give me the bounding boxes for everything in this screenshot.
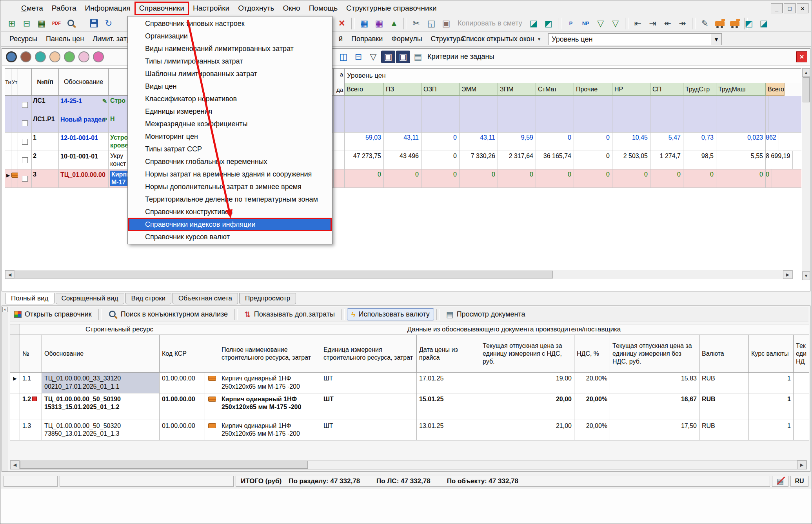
menu-item[interactable]: Смета [17, 2, 47, 15]
dropdown-menu-item[interactable]: Межразрядные коэффициенты [129, 118, 331, 130]
value-cell[interactable]: 9,59 [498, 133, 536, 151]
col-header[interactable]: ТрудМаш [716, 83, 766, 96]
row-checkbox[interactable] [22, 102, 28, 108]
value-cell[interactable] [384, 96, 421, 114]
col-header-clipped[interactable]: Тек еди НД [794, 335, 809, 373]
view-tab[interactable]: Полный вид [5, 293, 54, 304]
col-header[interactable]: Всего [766, 83, 785, 96]
col-header-no[interactable]: № [20, 335, 42, 373]
estimate-row[interactable]: ▶ 3 ТЦ_01.00.00.00 Кирпи М-17 [5, 169, 801, 188]
dropdown-menu-item[interactable]: Справочник конструктивов [129, 206, 331, 218]
cell-price-vat[interactable]: 20,00 [480, 393, 574, 420]
dropdown-menu-item[interactable]: Справочник глобальных переменных [129, 155, 331, 168]
row-basis-cell[interactable]: ТЦ_01.00.00.00 [59, 169, 109, 187]
value-cell[interactable] [460, 96, 498, 114]
value-cell[interactable] [345, 114, 384, 132]
row-checkbox[interactable] [22, 120, 28, 126]
estimate-tab-6[interactable] [78, 51, 89, 62]
estimate-tab-2[interactable] [20, 51, 31, 62]
col-header-ut[interactable]: Ут [11, 68, 18, 96]
resource-row[interactable]: ▶ 1.1 ТЦ_01.00.00.00_33_33120 00210_17.0… [10, 373, 809, 393]
show-extra-costs-button[interactable]: ⇅ Показывать доп.затраты [240, 308, 339, 320]
col-header[interactable]: Всего [345, 83, 384, 96]
cell-full-name[interactable]: Кирпич одинарный 1НФ 250х120х65 мм М-175… [219, 373, 321, 393]
cell-vat[interactable]: 20,00% [574, 420, 610, 440]
cell-price-date[interactable]: 17.01.25 [417, 373, 480, 393]
cell-price-novat[interactable]: 15,83 [610, 373, 699, 393]
cut-icon[interactable]: ✂ [409, 17, 423, 30]
col-header[interactable]: ОЗП [421, 83, 460, 96]
scrollbar-thumb[interactable] [803, 77, 810, 102]
value-cell[interactable] [536, 96, 574, 114]
close-panel-button[interactable]: × [2, 307, 8, 312]
value-cell[interactable]: 0 [421, 133, 460, 151]
value-cell[interactable]: 0 [498, 169, 536, 187]
pdf-export-icon[interactable]: PDF [49, 17, 64, 30]
scroll-left-button[interactable]: ◀ [5, 270, 15, 279]
cell-price-date[interactable]: 15.01.25 [417, 393, 480, 420]
edit-icon[interactable]: ✎ [698, 17, 712, 30]
cell-full-name[interactable]: Кирпич одинарный 1НФ 250х120х65 мм М-175… [219, 393, 321, 420]
indent-left-icon[interactable]: ⇤ [631, 17, 645, 30]
value-cell[interactable] [536, 114, 574, 132]
chevron-down-icon[interactable]: ▾ [711, 34, 721, 45]
search-icon[interactable] [64, 17, 78, 30]
dropdown-menu-item[interactable]: Шаблоны лимитированных затрат [129, 67, 331, 80]
resource-panel-icon[interactable]: ▦ [372, 17, 386, 30]
value-cell[interactable]: 0 [574, 151, 612, 169]
use-currency-button[interactable]: ϟ Использовать валюту [347, 308, 434, 320]
menu-item[interactable]: Справочники [135, 2, 189, 15]
row-number-cell[interactable]: 1 [32, 133, 59, 151]
value-cell[interactable] [574, 114, 612, 132]
view-tab[interactable]: Объектная смета [173, 293, 238, 304]
dropdown-menu-item[interactable]: Единицы измерения [129, 105, 331, 118]
value-cell[interactable]: 0,023 [716, 133, 766, 151]
paste-to-estimate-icon[interactable]: ◩ [541, 17, 556, 30]
estimate-row[interactable]: 2 10-01-001-01 Укру конст 47 273,7543 49… [5, 151, 801, 169]
toolbar2-item[interactable]: Панель цен [42, 33, 88, 45]
dropdown-menu-item[interactable]: Нормы дополнительных затрат в зимнее вре… [129, 180, 331, 193]
cell-basis[interactable]: ТЦ_01.00.00.00_33_33120 00210_17.01.2025… [42, 373, 160, 393]
value-cell[interactable]: 1 274,7 [650, 151, 683, 169]
copy-to-estimate-icon[interactable]: ◪ [527, 17, 541, 30]
tree-filter-2-icon[interactable]: ▽ [609, 17, 623, 30]
columns-setup-icon[interactable]: ◫ [336, 51, 351, 63]
row-checkbox[interactable] [22, 139, 28, 145]
tree-filter-icon[interactable]: ▽ [594, 17, 608, 30]
row-number-cell[interactable]: ЛС1 [32, 96, 59, 114]
horizontal-scrollbar[interactable]: ◀ ▶ [10, 460, 807, 469]
cell-unit[interactable]: ШТ [321, 420, 417, 440]
value-cell[interactable]: 43,11 [384, 133, 421, 151]
col-header-full-name[interactable]: Полное наименование строительного ресурс… [219, 335, 321, 373]
value-cell[interactable] [766, 114, 768, 132]
value-cell[interactable] [345, 96, 384, 114]
value-cell[interactable] [716, 114, 766, 132]
scroll-right-button[interactable]: ▶ [797, 460, 807, 469]
dropdown-menu-item[interactable]: Территориальное деление по температурным… [129, 193, 331, 206]
value-cell[interactable] [683, 96, 716, 114]
estimate-row[interactable]: ЛС1 14-25-1 ✎ Стро [5, 96, 801, 114]
indent-right-icon[interactable]: ⇥ [646, 17, 660, 30]
col-header-price-vat[interactable]: Текущая отпускная цена за единицу измере… [480, 335, 574, 373]
delivery-truck-icon[interactable] [713, 17, 727, 30]
cell-price-novat[interactable]: 17,50 [610, 420, 699, 440]
row-basis-cell[interactable]: 10-01-001-01 [59, 151, 109, 169]
value-cell[interactable]: 0 [460, 169, 498, 187]
estimate-tab-3[interactable] [35, 51, 46, 62]
value-cell[interactable] [460, 114, 498, 132]
value-cell[interactable]: 47 273,75 [345, 151, 384, 169]
value-cell[interactable] [612, 114, 650, 132]
cell-price-date[interactable]: 13.01.25 [417, 420, 480, 440]
scrollbar-thumb[interactable] [15, 271, 553, 278]
delivery-truck-2-icon[interactable] [728, 17, 742, 30]
resource-row[interactable]: 1.3 ТЦ_01.00.00.00_50_50320 73850_13.01.… [10, 420, 809, 441]
value-cell[interactable]: 0 [536, 133, 574, 151]
close-button[interactable]: × [797, 3, 808, 13]
estimate-tab-5[interactable] [64, 51, 75, 62]
clear-filter-icon[interactable]: ▣ [396, 51, 410, 63]
value-cell[interactable]: 43 496 [384, 151, 421, 169]
scrollbar-track[interactable] [15, 270, 783, 279]
col-header-unit[interactable]: а да [334, 68, 345, 96]
np-book-icon[interactable]: NP [579, 17, 593, 30]
view-tab[interactable]: Сокращенный вид [56, 293, 124, 304]
